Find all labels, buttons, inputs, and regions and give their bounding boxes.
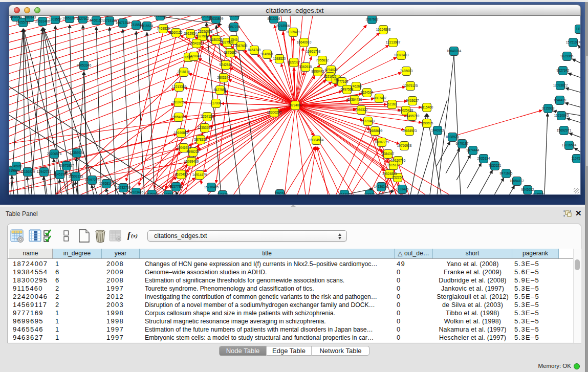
svg-text:7357224: 7357224 — [228, 25, 241, 29]
svg-text:11325419: 11325419 — [286, 30, 300, 34]
svg-text:3912954: 3912954 — [184, 32, 197, 35]
svg-text:15716485: 15716485 — [204, 185, 219, 189]
svg-text:6466160: 6466160 — [90, 18, 103, 22]
svg-text:7463822: 7463822 — [157, 27, 170, 30]
svg-text:8322037: 8322037 — [288, 60, 300, 64]
svg-text:12503135: 12503135 — [69, 174, 83, 178]
svg-text:12942737: 12942737 — [37, 170, 52, 173]
svg-text:1345061: 1345061 — [10, 16, 23, 18]
svg-text:117006: 117006 — [211, 101, 222, 105]
svg-text:12213987: 12213987 — [386, 40, 401, 44]
svg-text:10958147: 10958147 — [99, 182, 114, 185]
svg-text:19384554: 19384554 — [309, 138, 324, 142]
svg-text:23226058: 23226058 — [198, 30, 213, 33]
svg-text:16648784: 16648784 — [447, 49, 462, 53]
svg-text:10543362: 10543362 — [189, 41, 204, 45]
svg-text:3267110: 3267110 — [201, 115, 214, 118]
svg-text:1145194: 1145194 — [54, 172, 67, 176]
svg-text:1615172: 1615172 — [387, 163, 400, 167]
svg-text:1112: 1112 — [576, 27, 580, 31]
svg-text:8660125: 8660125 — [170, 31, 183, 34]
svg-text:9699695: 9699695 — [421, 121, 433, 125]
svg-text:3624514: 3624514 — [361, 91, 374, 94]
svg-text:12156829: 12156829 — [20, 170, 35, 173]
svg-text:2087682: 2087682 — [366, 17, 379, 21]
svg-text:16154808: 16154808 — [376, 28, 391, 31]
svg-text:19654923: 19654923 — [402, 129, 417, 133]
svg-text:9242845: 9242845 — [220, 63, 232, 67]
svg-text:149575: 149575 — [217, 193, 228, 194]
svg-text:129234: 129234 — [274, 192, 286, 194]
svg-text:9245652: 9245652 — [521, 188, 534, 191]
svg-text:173342: 173342 — [364, 192, 375, 194]
svg-text:1092344: 1092344 — [162, 193, 175, 194]
svg-text:746266: 746266 — [351, 84, 362, 88]
svg-text:7625402: 7625402 — [175, 172, 188, 176]
svg-text:9463627: 9463627 — [406, 99, 419, 102]
svg-text:10653267: 10653267 — [62, 16, 77, 20]
svg-text:12353594: 12353594 — [198, 126, 212, 129]
svg-text:7515524: 7515524 — [141, 24, 154, 28]
svg-text:1440953: 1440953 — [431, 128, 444, 132]
svg-text:12923445: 12923445 — [129, 190, 144, 194]
svg-text:884130: 884130 — [229, 16, 240, 17]
svg-text:1903557: 1903557 — [49, 17, 62, 21]
svg-text:1546: 1546 — [230, 38, 238, 41]
svg-text:16961758: 16961758 — [306, 50, 321, 53]
svg-text:10688609: 10688609 — [368, 129, 383, 133]
svg-text:391934: 391934 — [9, 169, 18, 172]
svg-text:7485003: 7485003 — [400, 69, 413, 73]
svg-text:1733426: 1733426 — [396, 187, 409, 191]
svg-text:8454749: 8454749 — [248, 48, 261, 52]
svg-text:16782759: 16782759 — [116, 186, 131, 189]
svg-text:14136141: 14136141 — [374, 185, 389, 188]
svg-text:9084067: 9084067 — [382, 152, 395, 156]
svg-text:864301: 864301 — [339, 192, 350, 194]
svg-text:5878352: 5878352 — [194, 138, 207, 141]
svg-text:(x): (x) — [131, 232, 138, 239]
svg-text:9327509: 9327509 — [196, 34, 209, 38]
svg-text:110753: 110753 — [572, 157, 580, 160]
svg-text:19756928: 19756928 — [397, 144, 412, 147]
svg-text:9129966: 9129966 — [561, 54, 574, 58]
svg-text:2935134: 2935134 — [477, 157, 490, 160]
svg-text:17016504: 17016504 — [562, 143, 577, 147]
svg-text:18300295: 18300295 — [267, 111, 282, 114]
svg-text:1244419: 1244419 — [554, 98, 567, 102]
svg-text:9474444: 9474444 — [467, 148, 480, 152]
svg-text:6794028: 6794028 — [325, 68, 338, 72]
svg-text:1610755: 1610755 — [172, 100, 185, 104]
svg-text:9498222: 9498222 — [187, 150, 200, 154]
svg-text:1065326: 1065326 — [154, 16, 167, 17]
svg-text:3875685: 3875685 — [224, 51, 237, 54]
svg-text:16099489: 16099489 — [184, 160, 199, 163]
svg-text:12213389: 12213389 — [172, 85, 187, 89]
svg-text:20364436: 20364436 — [347, 98, 362, 101]
svg-text:10654112: 10654112 — [510, 179, 524, 183]
svg-text:7955812: 7955812 — [316, 58, 329, 62]
svg-text:9115460: 9115460 — [421, 105, 433, 109]
svg-text:1588520: 1588520 — [273, 57, 286, 60]
svg-text:8813054: 8813054 — [268, 17, 280, 20]
svg-text:16671355: 16671355 — [116, 21, 130, 25]
svg-text:15692971: 15692971 — [557, 128, 572, 132]
svg-text:252254: 252254 — [392, 176, 403, 179]
svg-text:23420046: 23420046 — [187, 54, 202, 58]
svg-text:19166852: 19166852 — [174, 131, 189, 135]
svg-text:20206576: 20206576 — [47, 152, 62, 156]
svg-text:10025438: 10025438 — [399, 108, 413, 112]
svg-text:1345061: 1345061 — [10, 164, 23, 168]
svg-text:62160: 62160 — [387, 102, 397, 106]
svg-text:10046784: 10046784 — [177, 146, 191, 149]
svg-text:16640910: 16640910 — [297, 40, 312, 44]
svg-text:16033809: 16033809 — [209, 17, 224, 20]
svg-text:19218506: 19218506 — [275, 24, 290, 28]
svg-text:14914479: 14914479 — [192, 173, 207, 177]
svg-text:19654885: 19654885 — [171, 115, 186, 119]
svg-text:1362615: 1362615 — [299, 65, 312, 69]
svg-text:6479197: 6479197 — [456, 142, 469, 145]
svg-text:1527602: 1527602 — [77, 17, 90, 20]
svg-text:20691406: 20691406 — [35, 19, 50, 23]
svg-text:9657791: 9657791 — [170, 185, 183, 188]
svg-text:18724007: 18724007 — [288, 103, 303, 107]
